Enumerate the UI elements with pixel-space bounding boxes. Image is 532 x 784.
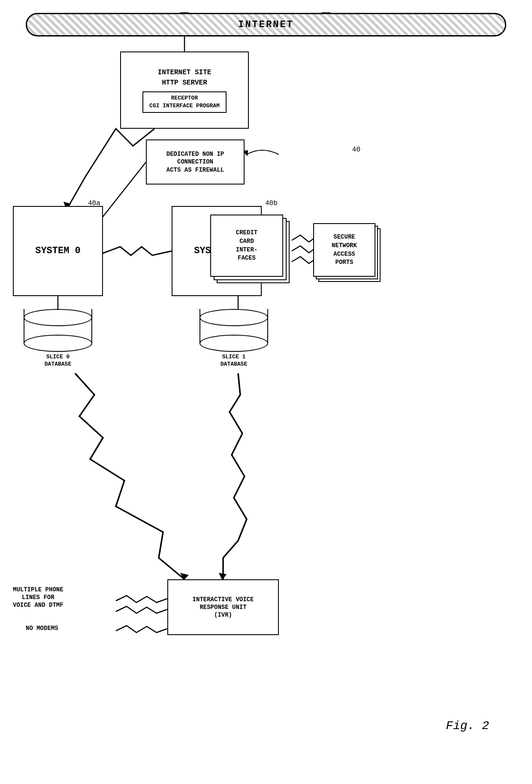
secure-network-label: SECURENETWORKACCESSPORTS — [332, 233, 357, 266]
slice1-db-label: SLICE 1DATABASE — [200, 354, 268, 368]
slice0-db-label: SLICE 0DATABASE — [24, 354, 92, 368]
ivr-box: INTERACTIVE VOICERESPONSE UNIT(IVR) — [167, 579, 279, 635]
credit-card-label: CREDITCARDINTER-FACES — [236, 229, 257, 262]
multiple-phone-label: MULTIPLE PHONELINES FORVOICE AND DTMF — [13, 586, 63, 609]
slice0-database: SLICE 0DATABASE — [24, 300, 92, 368]
secure-network-box: SECURENETWORKACCESSPORTS — [313, 223, 375, 277]
ref-40a: 40a — [88, 200, 100, 207]
ivr-label: INTERACTIVE VOICERESPONSE UNIT(IVR) — [190, 594, 257, 621]
ref-40b: 40b — [265, 200, 278, 207]
diagram: INTERNET INTERNET SITE HTTP SERVER RECEP… — [0, 0, 532, 784]
diagram-lines — [0, 0, 532, 784]
system0-box: SYSTEM 0 — [13, 206, 103, 296]
internet-site-box: INTERNET SITE HTTP SERVER RECEPTORCGI IN… — [120, 51, 249, 129]
internet-label: INTERNET — [234, 18, 298, 31]
receptor-box: RECEPTORCGI INTERFACE PROGRAM — [142, 91, 227, 113]
dedicated-non-ip-box: DEDICATED NON IPCONNECTIONACTS AS FIREWA… — [146, 139, 245, 185]
slice1-database: SLICE 1DATABASE — [200, 300, 268, 368]
credit-card-box: CREDITCARDINTER-FACES — [210, 215, 283, 277]
system0-label: SYSTEM 0 — [33, 243, 83, 259]
no-modems-label: NO MODEMS — [26, 624, 58, 632]
credit-card-stack: CREDITCARDINTER-FACES — [210, 215, 292, 288]
dedicated-label: DEDICATED NON IPCONNECTIONACTS AS FIREWA… — [164, 148, 227, 176]
internet-site-label: INTERNET SITE HTTP SERVER — [158, 67, 212, 88]
figure-label: Fig. 2 — [446, 719, 489, 733]
internet-pipe: INTERNET — [26, 13, 506, 36]
ref-40: 40 — [352, 146, 360, 154]
secure-network-stack: SECURENETWORKACCESSPORTS — [313, 223, 382, 288]
